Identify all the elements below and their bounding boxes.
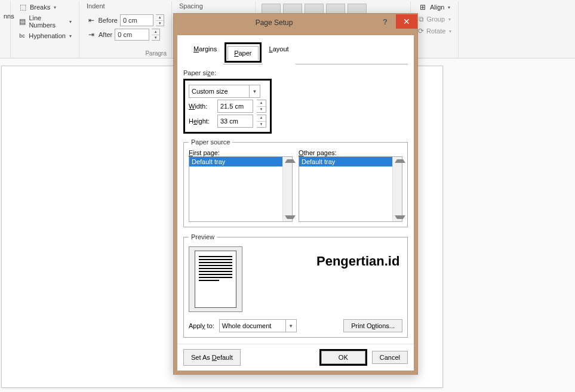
align-button[interactable]: ⊞ Align ▾	[416, 1, 453, 13]
page-setup-dialog: Page Setup ? ✕ Margins Paper Layout Pape…	[173, 13, 418, 375]
ok-button[interactable]: OK	[321, 351, 365, 364]
dialog-tabs: Margins Paper Layout	[187, 41, 408, 64]
indent-after-input[interactable]: 0 cm	[115, 29, 149, 41]
columns-partial: nns	[1, 1, 9, 31]
breaks-button[interactable]: ⬚ Breaks ▾	[16, 1, 74, 13]
scrollbar[interactable]	[282, 157, 292, 221]
spacing-header: Spacing	[177, 1, 250, 13]
watermark: Pengertian.id	[316, 254, 399, 269]
width-spinner[interactable]: ▲▼	[257, 100, 266, 113]
hyphenation-button[interactable]: bc Hyphenation ▾	[16, 30, 74, 42]
breaks-icon: ⬚	[18, 2, 27, 12]
after-label: After	[99, 31, 112, 38]
chevron-down-icon: ▾	[54, 5, 56, 10]
paragraph-group-label: Paragra	[84, 50, 167, 58]
line-numbers-button[interactable]: ▤ Line Numbers ▾	[16, 13, 74, 30]
close-button[interactable]: ✕	[396, 14, 417, 29]
indent-before-row: ⇤ Before 0 cm ▲▼	[84, 13, 167, 27]
chevron-down-icon: ▼	[285, 320, 296, 332]
first-page-listbox[interactable]: Default tray	[189, 156, 293, 222]
chevron-down-icon: ▾	[448, 17, 451, 22]
breaks-label: Breaks	[30, 4, 50, 11]
indent-header: Indent	[84, 1, 167, 13]
chevron-down-icon: ▾	[69, 33, 72, 39]
dialog-title: Page Setup	[174, 18, 374, 27]
height-spinner[interactable]: ▲▼	[257, 115, 266, 128]
rotate-label: Rotate	[426, 27, 445, 35]
apply-to-combo[interactable]: Whole document ▼	[219, 319, 297, 332]
chevron-down-icon: ▾	[69, 19, 72, 24]
indent-right-icon: ⇥	[87, 30, 96, 39]
list-item[interactable]: Default tray	[299, 157, 402, 166]
width-label: Width:	[189, 103, 214, 110]
before-label: Before	[99, 17, 118, 24]
indent-left-icon: ⇤	[87, 16, 96, 25]
preview-legend: Preview	[189, 233, 217, 240]
chevron-down-icon: ▼	[249, 85, 260, 97]
group-icon: ⧉	[418, 14, 424, 24]
line-numbers-icon: ▤	[18, 17, 26, 26]
other-pages-listbox[interactable]: Default tray	[299, 156, 402, 222]
preview-box	[189, 246, 242, 312]
indent-before-input[interactable]: 0 cm	[120, 14, 153, 26]
line-numbers-label: Line Numbers	[29, 14, 66, 29]
dialog-footer: Set As Default OK Cancel	[177, 344, 414, 371]
hyphenation-icon: bc	[18, 31, 26, 41]
tab-margins[interactable]: Margins	[187, 42, 223, 64]
apply-to-value: Whole document	[222, 322, 272, 329]
tab-paper[interactable]: Paper	[227, 46, 258, 60]
paper-size-label: Paper size:	[183, 69, 408, 76]
apply-to-label: Apply to:	[189, 322, 214, 329]
other-pages-label: Other pages:	[299, 149, 402, 156]
preview-fieldset: Preview Apply to: Whole document ▼	[183, 233, 408, 338]
preview-page	[195, 251, 236, 308]
align-icon: ⊞	[418, 2, 428, 12]
print-options-button[interactable]: Print Options...	[343, 319, 402, 332]
height-label: Height:	[189, 118, 214, 125]
list-item[interactable]: Default tray	[189, 157, 292, 166]
indent-after-row: ⇥ After 0 cm ▲▼	[84, 27, 167, 42]
paper-size-group: Custom size ▼ Width: 21.5 cm ▲▼ Height: …	[183, 79, 272, 134]
dialog-titlebar[interactable]: Page Setup ? ✕	[174, 14, 417, 32]
chevron-down-icon: ▾	[449, 29, 451, 34]
paper-size-value: Custom size	[192, 88, 228, 95]
group-label: Group	[426, 16, 445, 23]
tab-layout[interactable]: Layout	[263, 42, 296, 64]
paper-size-combo[interactable]: Custom size ▼	[189, 85, 260, 98]
scrollbar[interactable]	[392, 157, 402, 221]
rotate-button[interactable]: ⟳ Rotate ▾	[416, 25, 453, 37]
cancel-button[interactable]: Cancel	[372, 351, 408, 364]
rotate-icon: ⟳	[418, 26, 424, 36]
height-input[interactable]: 33 cm	[217, 115, 253, 128]
paper-source-fieldset: Paper source First page: Default tray Ot…	[183, 138, 408, 227]
width-input[interactable]: 21.5 cm	[217, 100, 253, 113]
set-default-button[interactable]: Set As Default	[183, 349, 241, 366]
hyphenation-label: Hyphenation	[29, 32, 66, 39]
chevron-down-icon: ▾	[448, 5, 450, 10]
align-label: Align	[430, 4, 444, 11]
indent-after-spinner[interactable]: ▲▼	[152, 29, 160, 41]
indent-before-spinner[interactable]: ▲▼	[156, 14, 164, 26]
help-button[interactable]: ?	[374, 14, 396, 29]
group-button[interactable]: ⧉ Group ▾	[416, 13, 453, 25]
paper-source-legend: Paper source	[189, 138, 232, 146]
first-page-label: First page:	[189, 149, 293, 156]
